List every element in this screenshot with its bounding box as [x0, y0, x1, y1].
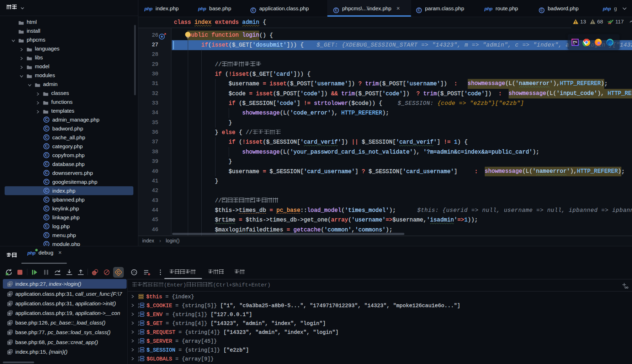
- svg-text:1: 1: [138, 347, 139, 350]
- svg-text:1: 1: [138, 338, 139, 341]
- svg-text:1: 1: [138, 312, 139, 314]
- svg-text:1: 1: [138, 303, 139, 305]
- svg-text:1: 1: [138, 330, 139, 332]
- svg-text:1: 1: [138, 321, 139, 323]
- svg-text:2: 2: [138, 306, 139, 308]
- svg-text:2: 2: [138, 315, 139, 317]
- svg-text:2: 2: [138, 332, 139, 335]
- svg-text:2: 2: [138, 359, 139, 362]
- svg-text:2: 2: [138, 323, 139, 326]
- svg-text:2: 2: [138, 341, 139, 344]
- svg-text:PS: PS: [573, 40, 577, 44]
- svg-text:2: 2: [138, 350, 139, 353]
- svg-text:1: 1: [138, 356, 139, 359]
- svg-text:C: C: [117, 270, 120, 274]
